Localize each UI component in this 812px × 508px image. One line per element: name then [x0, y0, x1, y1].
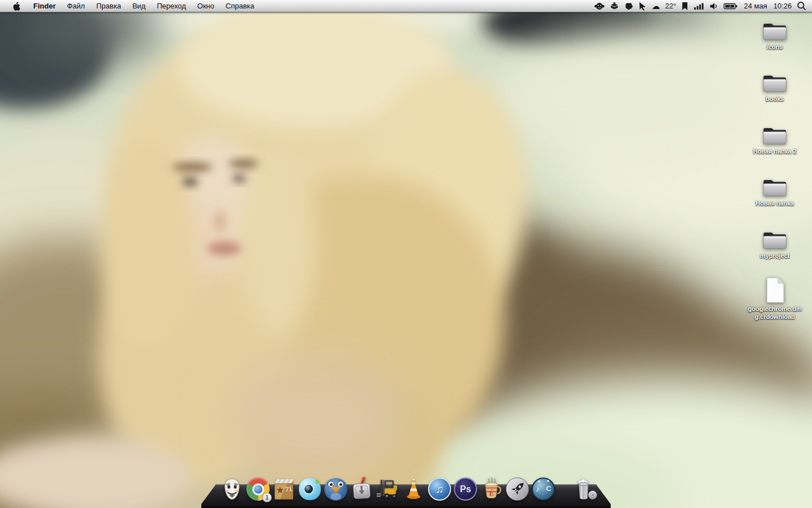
dropbox-icon[interactable]: [610, 0, 619, 12]
desktop-icon-label: icons: [767, 43, 783, 51]
weather-cloud-icon[interactable]: ☁: [652, 0, 660, 12]
desktop-folder-new-folder-2[interactable]: Новая папка 2: [741, 125, 809, 156]
menu-file[interactable]: Файл: [61, 0, 91, 12]
creature-app-icon[interactable]: [594, 0, 604, 12]
itunes-note-glyph: ♫: [435, 483, 443, 496]
menu-help[interactable]: Справка: [220, 0, 260, 12]
package-box-app-icon[interactable]: ★ 71: [271, 476, 297, 502]
coffeecup-app-icon[interactable]: É: [479, 476, 504, 502]
forklift-app-icon[interactable]: [375, 476, 400, 502]
itunes-app-icon[interactable]: ♫: [427, 476, 452, 502]
music-letter: C: [546, 484, 551, 493]
menu-window[interactable]: Окно: [192, 0, 220, 12]
anonymous-mask-app-icon[interactable]: [219, 476, 245, 502]
google-chrome-app-icon[interactable]: 1: [245, 476, 271, 502]
desktop-icon-label: Новая папка 2: [753, 148, 796, 156]
box-number: 71: [285, 485, 292, 493]
rocket-app-icon[interactable]: [505, 476, 530, 502]
dock: 1 ★ 71: [197, 473, 615, 508]
wallpaper-photo: [0, 0, 812, 508]
dock-shelf-front: [201, 504, 611, 508]
coffeecup-letter: É: [489, 489, 493, 497]
desktop-file-googlechrome-download[interactable]: googlechrome.dmg.crdownload: [741, 277, 809, 321]
trash-icon[interactable]: [571, 476, 597, 502]
spotlight-icon[interactable]: [797, 0, 806, 12]
weather-temperature: 22°: [665, 2, 677, 10]
menubar-clock[interactable]: 10:26: [773, 2, 792, 10]
battery-icon[interactable]: [723, 0, 738, 12]
transmission-app-icon[interactable]: [349, 476, 374, 502]
desktop-icon-label: googlechrome.dmg.crdownload: [748, 305, 802, 321]
desktop-folder-books[interactable]: books: [741, 72, 809, 103]
apple-menu-icon[interactable]: [12, 2, 21, 11]
pointer-icon[interactable]: [638, 0, 647, 12]
music-note-glyph: ♪: [536, 484, 540, 493]
desktop-icon-label: books: [766, 95, 784, 103]
menu-go[interactable]: Переход: [151, 0, 192, 12]
menu-edit[interactable]: Правка: [91, 0, 127, 12]
vlc-app-icon[interactable]: [401, 476, 426, 502]
webcam-app-icon[interactable]: [297, 476, 323, 502]
desktop-folder-icons[interactable]: icons: [741, 20, 809, 51]
signal-bars-icon[interactable]: [694, 0, 704, 12]
photoshop-ps-glyph: Ps: [460, 484, 471, 494]
volume-icon[interactable]: [709, 0, 718, 12]
photoshop-app-icon[interactable]: Ps: [453, 476, 478, 502]
bookmark-icon[interactable]: [681, 0, 689, 12]
desktop-icon-label: Новая папка: [756, 200, 794, 208]
desktop-folder-myproject[interactable]: myproject: [741, 229, 809, 260]
evernote-icon[interactable]: [624, 0, 633, 12]
menu-bar: Finder Файл Правка Вид Переход Окно Спра…: [0, 0, 812, 12]
chrome-badge: 1: [262, 493, 272, 502]
twitter-bird-app-icon[interactable]: [323, 476, 348, 502]
desktop: Finder Файл Правка Вид Переход Окно Спра…: [0, 0, 812, 508]
menu-finder[interactable]: Finder: [28, 0, 61, 12]
desktop-folder-new-folder[interactable]: Новая папка: [741, 177, 809, 208]
menu-view[interactable]: Вид: [127, 0, 152, 12]
music-share-app-icon[interactable]: ♪ C: [531, 476, 556, 502]
desktop-icon-label: myproject: [760, 252, 790, 260]
menubar-date[interactable]: 24 мая: [744, 2, 767, 10]
box-star-glyph: ★: [276, 484, 284, 496]
